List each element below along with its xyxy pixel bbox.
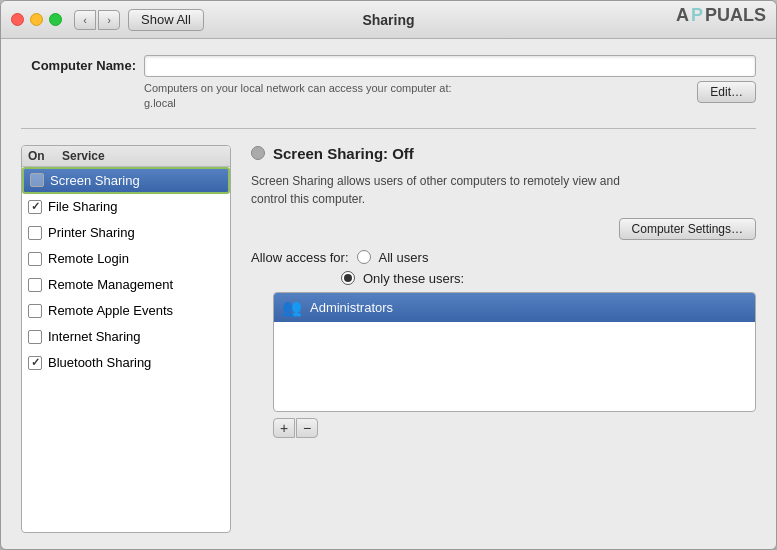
add-user-button[interactable]: + [273,418,295,438]
divider [21,128,756,129]
service-item-printer-sharing[interactable]: Printer Sharing [22,220,230,246]
user-label-administrators: Administrators [310,300,393,315]
appuals-logo: APPUALS [676,5,766,26]
radio-only-users[interactable] [341,271,355,285]
computer-name-hint: Computers on your local network can acce… [144,81,452,112]
service-items-list: Screen Sharing File Sharing Printer Shar… [22,167,230,376]
status-title: Screen Sharing: Off [273,145,414,162]
status-desc-1: Screen Sharing allows users of other com… [251,172,651,190]
edit-button[interactable]: Edit… [697,81,756,103]
service-item-remote-management[interactable]: Remote Management [22,272,230,298]
computer-name-label: Computer Name: [21,55,136,73]
service-label-printer-sharing: Printer Sharing [48,225,135,240]
close-button[interactable] [11,13,24,26]
access-section: Allow access for: All users Only these u… [251,250,756,438]
user-item-administrators[interactable]: 👥 Administrators [274,293,755,322]
checkbox-remote-login[interactable] [28,252,42,266]
service-label-file-sharing: File Sharing [48,199,117,214]
computer-settings-row: Computer Settings… [251,218,756,240]
back-button[interactable]: ‹ [74,10,96,30]
checkbox-screen-sharing[interactable] [30,173,44,187]
access-label: Allow access for: [251,250,349,265]
computer-name-right: Computers on your local network can acce… [144,55,756,112]
computer-name-input[interactable] [144,55,756,77]
service-label-remote-management: Remote Management [48,277,173,292]
service-label-remote-apple-events: Remote Apple Events [48,303,173,318]
maximize-button[interactable] [49,13,62,26]
checkbox-internet-sharing[interactable] [28,330,42,344]
window-title: Sharing [362,12,414,28]
nav-buttons: ‹ › [74,10,120,30]
checkbox-file-sharing[interactable] [28,200,42,214]
forward-button[interactable]: › [98,10,120,30]
hint-line2: g.local [144,96,452,111]
radio-all-users[interactable] [357,250,371,264]
service-list-header: On Service [22,146,230,167]
user-group-icon: 👥 [282,298,302,317]
checkbox-printer-sharing[interactable] [28,226,42,240]
service-item-file-sharing[interactable]: File Sharing [22,194,230,220]
status-dot [251,146,265,160]
checkbox-bluetooth-sharing[interactable] [28,356,42,370]
hint-line1: Computers on your local network can acce… [144,81,452,96]
computer-name-section: Computer Name: Computers on your local n… [21,55,756,112]
access-row-only: Only these users: [251,271,756,286]
service-label-screen-sharing: Screen Sharing [50,173,140,188]
service-item-remote-apple-events[interactable]: Remote Apple Events [22,298,230,324]
service-label-internet-sharing: Internet Sharing [48,329,141,344]
status-description: Screen Sharing allows users of other com… [251,172,756,208]
radio-only-label: Only these users: [363,271,464,286]
main-panel: On Service Screen Sharing File Sharing [21,145,756,533]
hint-edit-row: Computers on your local network can acce… [144,81,756,112]
header-on: On [28,149,62,163]
service-item-screen-sharing[interactable]: Screen Sharing [22,167,230,194]
access-row: Allow access for: All users [251,250,756,265]
titlebar: ‹ › Show All Sharing APPUALS [1,1,776,39]
service-list: On Service Screen Sharing File Sharing [21,145,231,533]
checkbox-remote-management[interactable] [28,278,42,292]
status-desc-2: control this computer. [251,190,651,208]
minimize-button[interactable] [30,13,43,26]
show-all-button[interactable]: Show All [128,9,204,31]
status-row: Screen Sharing: Off [251,145,756,162]
service-label-remote-login: Remote Login [48,251,129,266]
content-area: Computer Name: Computers on your local n… [1,39,776,549]
service-item-remote-login[interactable]: Remote Login [22,246,230,272]
computer-settings-button[interactable]: Computer Settings… [619,218,756,240]
service-item-internet-sharing[interactable]: Internet Sharing [22,324,230,350]
list-controls: + − [273,418,756,438]
main-window: ‹ › Show All Sharing APPUALS Computer Na… [0,0,777,550]
checkbox-remote-apple-events[interactable] [28,304,42,318]
remove-user-button[interactable]: − [296,418,318,438]
radio-all-label: All users [379,250,429,265]
traffic-lights [11,13,62,26]
service-label-bluetooth-sharing: Bluetooth Sharing [48,355,151,370]
service-item-bluetooth-sharing[interactable]: Bluetooth Sharing [22,350,230,376]
header-service: Service [62,149,105,163]
right-panel: Screen Sharing: Off Screen Sharing allow… [231,145,756,533]
users-list: 👥 Administrators [273,292,756,412]
